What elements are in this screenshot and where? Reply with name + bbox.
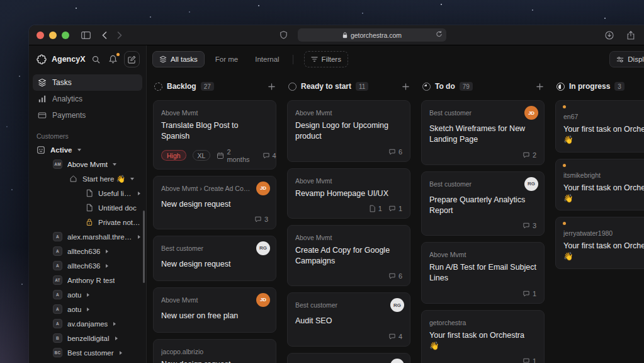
task-card[interactable]: jacopo.albrizio New design request [153,339,276,363]
task-card[interactable]: Best customer RG Audit SEO 4 [287,292,410,346]
browser-sidebar-icon[interactable] [78,28,93,42]
tree-label: alltech636 [67,262,100,270]
tree-item-alltech636-1[interactable]: A alltech636 [29,244,146,258]
maximize-window-button[interactable] [62,32,69,39]
comment-count: 3 [533,222,536,229]
search-icon[interactable] [89,52,103,66]
ready-status-icon [288,83,297,91]
tree-label: aotu [67,306,81,313]
sidebar-item-analytics[interactable]: Analytics [33,91,142,107]
task-card[interactable]: Above Mvmt Run A/B Test for Email Subjec… [421,242,545,304]
card-list: Above Mvmt Translate Blog Post to Spanis… [153,100,276,363]
tree-label: Useful links [98,190,132,197]
sidebar-item-payments[interactable]: Payments [33,107,142,124]
comments-meta: 1 [388,205,402,212]
in-progress-status-icon [556,83,565,91]
task-card[interactable]: Best customer RG New design request [153,236,276,281]
chevron-down-icon [130,178,134,182]
browser-toolbar: getorchestra.com [29,25,644,45]
tree-item-benzelldigital[interactable]: B benzelldigital [29,331,146,345]
back-icon[interactable] [97,28,112,42]
card-customer: getorchestra [429,317,536,326]
card-list: Above Mvmt Design Logo for Upcoming prod… [287,100,410,363]
tree-item-anthony-r-test[interactable]: AT Anthony R test [29,273,146,287]
display-label: Display [628,55,644,63]
display-button[interactable]: Display [609,51,644,67]
tree-item-alex-marshall[interactable]: A alex.marshall.threads [29,229,146,244]
minimize-window-button[interactable] [49,32,57,39]
task-card[interactable]: Best customer RG Fix Bug in Checkout Pro… [287,353,410,363]
reload-icon[interactable] [436,30,443,39]
filters-button[interactable]: Filters [304,51,348,67]
task-card[interactable]: Above Mvmt JD New user on free plan [153,287,276,333]
sidebar-scrollbar[interactable] [143,210,145,283]
filter-toolbar: All tasks For me Internal Filters [147,45,644,73]
sidebar-item-tasks[interactable]: Tasks [33,74,142,91]
comment-count: 1 [533,290,536,297]
unread-dot [563,222,566,225]
main-content: All tasks For me Internal Filters [147,45,644,363]
comment-icon [523,290,530,297]
card-breadcrumb: Above Mvmt › Create Ad Copy for Goog... [161,183,251,192]
tree-item-start-here[interactable]: Start here 👋 [29,171,146,186]
page-icon [369,205,376,212]
tree-item-active[interactable]: Active [29,142,146,157]
tree-label: benzelldigital [67,335,110,342]
tree-item-best-customer[interactable]: BC Best customer [29,345,146,360]
tab-for-me[interactable]: For me [209,51,244,67]
tree-item-av-danjames[interactable]: A av.danjames [29,316,146,331]
add-task-icon[interactable] [268,83,275,90]
forward-icon[interactable] [112,28,127,42]
tree-item-useful-links[interactable]: Useful links [29,186,146,200]
credit-card-icon [38,111,47,120]
close-window-button[interactable] [37,32,44,39]
tree-item-aotu-1[interactable]: A aotu [29,287,146,302]
task-card[interactable]: Above Mvmt Create Ad Copy for Google Cam… [287,225,410,287]
tree-item-untitled-doc[interactable]: Untitled doc [29,200,146,215]
card-customer: jerryatwater1980 [563,228,644,237]
share-icon[interactable] [623,28,638,42]
tree-label: alex.marshall.threads [67,233,132,241]
task-card[interactable]: Best customer RG Prepare Quarterly Analy… [421,171,545,236]
tree-item-above-mvmt[interactable]: AM Above Mvmt [29,157,146,171]
address-bar[interactable]: getorchestra.com [298,28,447,42]
downloads-icon[interactable] [602,28,617,42]
task-card[interactable]: Above Mvmt Translate Blog Post to Spanis… [153,100,276,170]
task-card[interactable]: Above Mvmt Revamp Homepage UI/UX 1 [287,168,410,219]
tree-item-private-notes[interactable]: Private notes with the ... [29,215,146,229]
assignee-avatar: JD [524,106,538,120]
tab-internal[interactable]: Internal [249,51,285,67]
tree-label: Best customer [67,349,114,357]
task-card[interactable]: getorchestra Your first task on Orchestr… [421,310,545,363]
card-customer: Above Mvmt [295,107,402,117]
desktop-background: getorchestra.com [0,0,644,363]
document-icon [86,204,93,212]
comment-count: 2 [533,151,536,159]
wallpaper-stars [0,0,1,1]
workspace-logo-icon [37,54,47,64]
tree-item-aotu-2[interactable]: A aotu [29,302,146,316]
tree-label: aotu [67,291,81,299]
card-customer: Best customer [429,178,519,188]
task-card[interactable]: en67 Your first task on Orchestra 👋 [555,100,644,153]
task-card[interactable]: jerryatwater1980 Your first task on Orch… [555,217,644,269]
column-name: In progress [569,82,610,91]
nav-label: Analytics [52,95,82,103]
compose-button[interactable] [124,51,140,67]
tree-item-alltech636-2[interactable]: A alltech636 [29,258,146,273]
comment-icon [254,216,262,223]
card-list: en67 Your first task on Orchestra 👋 itsm… [555,100,644,269]
notifications-bell-icon[interactable] [106,52,120,66]
task-card[interactable]: Best customer JD Sketch Wireframes for N… [421,100,545,165]
toolbar-divider [293,55,293,64]
workspace-name[interactable]: AgencyX [52,55,86,64]
shield-icon[interactable] [276,28,291,42]
sidebar-nav: Tasks Analytics Payments [29,73,146,124]
task-card[interactable]: Above Mvmt › Create Ad Copy for Goog... … [153,176,276,229]
tab-all-tasks[interactable]: All tasks [152,51,205,67]
task-card[interactable]: Above Mvmt Design Logo for Upcoming prod… [287,100,410,162]
card-customer: Best customer [295,360,385,363]
task-card[interactable]: itsmikebright Your first task on Orchest… [555,159,644,211]
add-task-icon[interactable] [402,83,409,90]
add-task-icon[interactable] [536,83,543,90]
